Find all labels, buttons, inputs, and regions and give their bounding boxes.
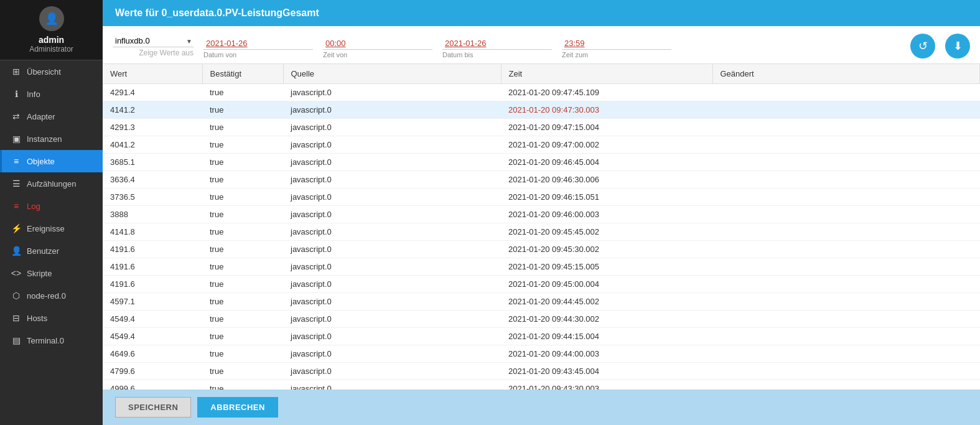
cell-quelle: javascript.0 (283, 223, 501, 241)
sidebar-item-skripte[interactable]: <>Skripte (0, 262, 103, 284)
ubersicht-icon: ⊞ (11, 67, 22, 77)
cell-quelle: javascript.0 (283, 119, 501, 136)
table-row: 3685.1 true javascript.0 2021-01-20 09:4… (103, 154, 980, 171)
cell-zeit: 2021-01-20 09:46:30.006 (501, 171, 712, 189)
col-wert: Wert (103, 64, 202, 84)
cell-quelle: javascript.0 (283, 171, 501, 189)
ereignisse-icon: ⚡ (11, 223, 22, 233)
sidebar-item-label: Info (27, 90, 40, 99)
show-values-label: Zeige Werte aus (139, 49, 194, 58)
sidebar-item-objekte[interactable]: ≡Objekte (0, 150, 103, 172)
table-row: 3736.5 true javascript.0 2021-01-20 09:4… (103, 189, 980, 206)
sidebar-item-label: Instanzen (27, 134, 62, 144)
cell-geandert (712, 119, 980, 136)
table-row: 4191.6 true javascript.0 2021-01-20 09:4… (103, 276, 980, 293)
cell-wert: 4141.2 (103, 101, 202, 119)
download-button[interactable]: ⬇ (945, 34, 970, 58)
cell-geandert (712, 223, 980, 241)
cell-zeit: 2021-01-20 09:47:45.109 (501, 84, 712, 101)
cell-wert: 3888 (103, 206, 202, 223)
cell-wert: 4597.1 (103, 293, 202, 311)
sidebar-item-terminal[interactable]: ▤Terminal.0 (0, 329, 103, 352)
sidebar-item-log[interactable]: ≡Log (0, 195, 103, 217)
cell-bestatigt: true (202, 241, 283, 258)
cell-zeit: 2021-01-20 09:44:00.003 (501, 345, 712, 363)
cell-quelle: javascript.0 (283, 84, 501, 101)
cell-bestatigt: true (202, 206, 283, 223)
sidebar-item-aufzahlungen[interactable]: ☰Aufzählungen (0, 172, 103, 195)
cell-geandert (712, 363, 980, 380)
col-bestatigt: Bestätigt (202, 64, 283, 84)
cell-quelle: javascript.0 (283, 258, 501, 276)
time-to-input[interactable] (562, 37, 671, 50)
sidebar-item-node-red[interactable]: ⬡node-red.0 (0, 284, 103, 307)
avatar: 👤 (39, 6, 64, 31)
cell-quelle: javascript.0 (283, 311, 501, 328)
cell-zeit: 2021-01-20 09:45:15.005 (501, 258, 712, 276)
cell-bestatigt: true (202, 276, 283, 293)
database-select-wrapper[interactable]: influxdb.0 ▼ (113, 35, 194, 47)
cell-quelle: javascript.0 (283, 136, 501, 154)
sidebar-item-label: Log (27, 202, 40, 211)
cell-bestatigt: true (202, 223, 283, 241)
sidebar-item-adapter[interactable]: ⇄Adapter (0, 105, 103, 128)
sidebar-item-instanzen[interactable]: ▣Instanzen (0, 128, 103, 150)
cell-wert: 4291.3 (103, 119, 202, 136)
adapter-icon: ⇄ (11, 111, 22, 121)
sidebar-item-label: Ereignisse (27, 224, 65, 233)
cell-bestatigt: true (202, 136, 283, 154)
sidebar-item-label: node-red.0 (27, 291, 66, 301)
cell-zeit: 2021-01-20 09:46:45.004 (501, 154, 712, 171)
footer: SPEICHERN ABBRECHEN (103, 390, 980, 425)
cell-geandert (712, 189, 980, 206)
cell-wert: 4799.6 (103, 363, 202, 380)
cell-wert: 4041.2 (103, 136, 202, 154)
cell-geandert (712, 101, 980, 119)
cell-bestatigt: true (202, 154, 283, 171)
table-row: 4141.8 true javascript.0 2021-01-20 09:4… (103, 223, 980, 241)
sidebar-header: 👤 admin Administrator (0, 0, 103, 60)
sidebar-item-ereignisse[interactable]: ⚡Ereignisse (0, 217, 103, 240)
save-button[interactable]: SPEICHERN (115, 397, 191, 418)
cell-bestatigt: true (202, 345, 283, 363)
refresh-button[interactable]: ↺ (910, 34, 935, 58)
col-quelle: Quelle (283, 64, 501, 84)
sidebar-item-label: Übersicht (27, 67, 61, 77)
cell-geandert (712, 380, 980, 390)
cell-bestatigt: true (202, 258, 283, 276)
sidebar-role: Administrator (7, 45, 95, 54)
cell-wert: 4999.6 (103, 380, 202, 390)
cell-zeit: 2021-01-20 09:46:00.003 (501, 206, 712, 223)
cell-quelle: javascript.0 (283, 293, 501, 311)
cell-zeit: 2021-01-20 09:43:45.004 (501, 363, 712, 380)
cell-zeit: 2021-01-20 09:45:30.002 (501, 241, 712, 258)
sidebar-item-ubersicht[interactable]: ⊞Übersicht (0, 60, 103, 83)
cell-quelle: javascript.0 (283, 189, 501, 206)
cell-geandert (712, 311, 980, 328)
table-row: 3888 true javascript.0 2021-01-20 09:46:… (103, 206, 980, 223)
database-select[interactable]: influxdb.0 (113, 35, 194, 47)
cell-bestatigt: true (202, 101, 283, 119)
main-content: Werte für 0_userdata.0.PV-LeistungGesamt… (103, 0, 980, 425)
cell-geandert (712, 345, 980, 363)
cell-bestatigt: true (202, 380, 283, 390)
cell-zeit: 2021-01-20 09:46:15.051 (501, 189, 712, 206)
cell-wert: 4191.6 (103, 276, 202, 293)
sidebar-item-benutzer[interactable]: 👤Benutzer (0, 240, 103, 262)
date-to-input[interactable] (442, 37, 552, 50)
cancel-button[interactable]: ABBRECHEN (197, 397, 278, 418)
sidebar-item-hosts[interactable]: ⊟Hosts (0, 307, 103, 329)
time-from-input[interactable] (323, 37, 432, 50)
table-row: 4999.6 true javascript.0 2021-01-20 09:4… (103, 380, 980, 390)
sidebar-item-info[interactable]: ℹInfo (0, 83, 103, 105)
info-icon: ℹ (11, 89, 22, 99)
date-to-label: Datum bis (442, 51, 552, 58)
cell-geandert (712, 241, 980, 258)
controls-bar: influxdb.0 ▼ Zeige Werte aus Datum von Z… (103, 26, 980, 64)
cell-wert: 3685.1 (103, 154, 202, 171)
date-from-input[interactable] (203, 37, 313, 50)
date-from-group: Datum von (203, 37, 313, 58)
cell-wert: 4549.4 (103, 328, 202, 345)
cell-bestatigt: true (202, 84, 283, 101)
cell-quelle: javascript.0 (283, 328, 501, 345)
